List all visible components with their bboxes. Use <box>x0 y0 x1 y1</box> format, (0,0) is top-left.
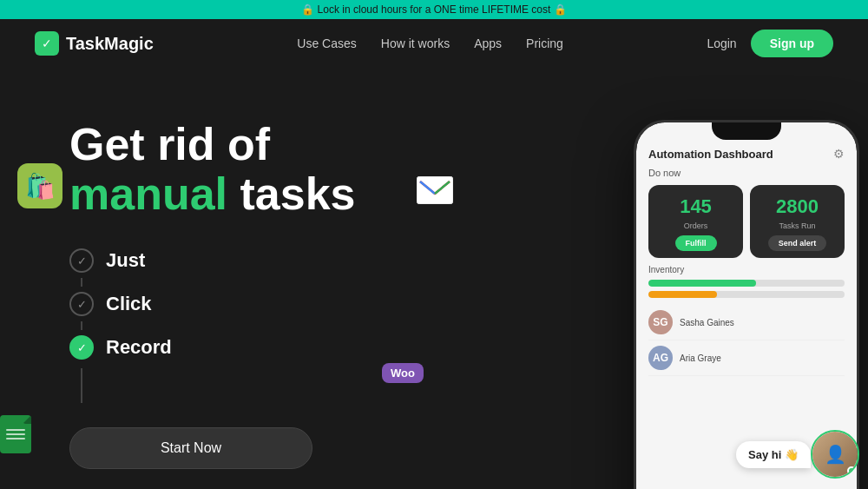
orders-num: 145 <box>680 195 712 218</box>
progress-green-fill <box>648 280 756 287</box>
nav-actions: Login Sign up <box>707 30 833 57</box>
shopify-icon: 🛍️ <box>17 163 62 208</box>
google-sheets-icon <box>0 415 31 453</box>
nav-apps[interactable]: Apps <box>474 36 502 50</box>
step-line-2 <box>81 321 82 330</box>
chat-label: Say hi 👋 <box>748 448 799 461</box>
dashboard-title: Automation Dashboard <box>648 148 773 161</box>
nav-pricing[interactable]: Pricing <box>526 36 563 50</box>
promo-banner: 🔒 Lock in cloud hours for a ONE time LIF… <box>0 0 868 19</box>
banner-text: 🔒 Lock in cloud hours for a ONE time LIF… <box>301 3 566 16</box>
logo[interactable]: ✓ TaskMagic <box>35 31 154 56</box>
orders-card: 145 Orders Fulfill <box>648 185 743 258</box>
avatar-aria: AG <box>648 346 673 370</box>
step-click-label: Click <box>106 293 152 315</box>
step-tail <box>81 368 82 403</box>
progress-green-wrap <box>648 280 845 287</box>
progress-orange-wrap <box>648 291 845 298</box>
tasks-num: 2800 <box>776 195 819 218</box>
shopify-emoji: 🛍️ <box>25 172 56 201</box>
avatar-aria-initials: AG <box>648 346 673 370</box>
chat-online-indicator <box>847 466 856 475</box>
filter-icon[interactable]: ⚙ <box>833 147 845 161</box>
phone-notch <box>712 122 781 140</box>
hero-title-tasks: tasks <box>240 169 356 219</box>
dashboard-header: Automation Dashboard ⚙ <box>648 147 845 161</box>
logo-icon: ✓ <box>35 31 59 56</box>
tasks-card: 2800 Tasks Run Send alert <box>750 185 845 258</box>
contact-aria: AG Aria Graye <box>648 340 845 376</box>
contact-sasha-name: Sasha Gaines <box>680 318 734 327</box>
step-record-icon: ✓ <box>69 335 94 360</box>
chat-widget[interactable]: Say hi 👋 👤 <box>736 430 859 479</box>
login-button[interactable]: Login <box>707 36 736 50</box>
send-alert-button[interactable]: Send alert <box>768 235 827 251</box>
step-just-label: Just <box>106 249 145 272</box>
step-line-1 <box>81 278 82 287</box>
chat-bubble: Say hi 👋 <box>736 441 811 468</box>
orders-label: Orders <box>684 221 708 230</box>
progress-orange-fill <box>648 291 717 298</box>
step-record-label: Record <box>106 336 172 359</box>
nav-use-cases[interactable]: Use Cases <box>297 36 356 50</box>
inventory-progress <box>648 280 845 298</box>
avatar-sasha: SG <box>648 310 673 334</box>
fulfill-button[interactable]: Fulfill <box>675 235 717 251</box>
tasks-label: Tasks Run <box>779 221 815 230</box>
do-now-label: Do now <box>648 168 845 178</box>
contact-aria-name: Aria Graye <box>680 354 721 363</box>
inventory-label: Inventory <box>648 265 845 274</box>
start-now-button[interactable]: Start Now <box>69 427 312 469</box>
step-click-icon: ✓ <box>69 292 94 316</box>
nav-how-it-works[interactable]: How it works <box>381 36 450 50</box>
contact-sasha: SG Sasha Gaines <box>648 305 845 340</box>
hero-title-green: manual <box>69 169 227 219</box>
step-just-icon: ✓ <box>69 248 94 273</box>
navbar: ✓ TaskMagic Use Cases How it works Apps … <box>0 19 868 68</box>
logo-text: TaskMagic <box>66 34 154 54</box>
hero-section: 🛍️ Woo Get rid of <box>0 68 868 489</box>
signup-button[interactable]: Sign up <box>751 30 833 57</box>
chat-avatar[interactable]: 👤 <box>811 430 859 479</box>
hero-title-line1: Get rid of <box>69 119 270 169</box>
stats-row: 145 Orders Fulfill 2800 Tasks Run Send a… <box>648 185 845 258</box>
avatar-sasha-initials: SG <box>648 310 673 334</box>
nav-links: Use Cases How it works Apps Pricing <box>297 36 563 50</box>
